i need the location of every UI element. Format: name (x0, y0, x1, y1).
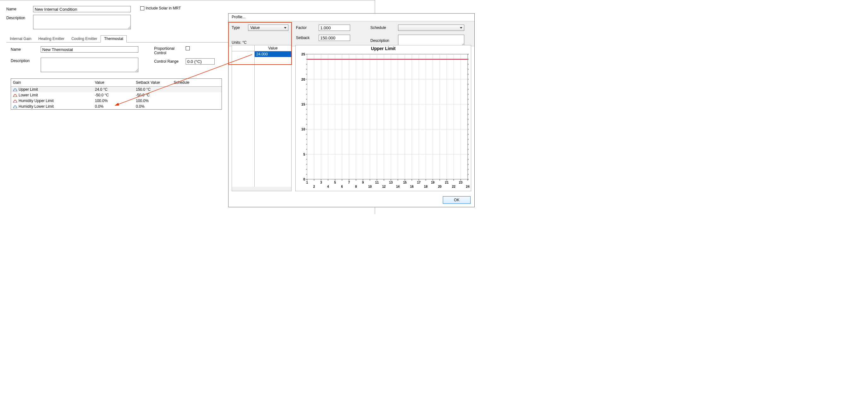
row-schedule (172, 98, 222, 104)
svg-text:15: 15 (301, 102, 305, 106)
tab-heating-emitter[interactable]: Heating Emitter (35, 35, 68, 42)
row-value: 0.0% (93, 104, 134, 109)
profile-dialog: Profile... Type Value Units: °C Factor S… (228, 13, 475, 207)
name-input[interactable] (33, 6, 131, 12)
include-solar-checkbox[interactable] (140, 6, 144, 10)
limit-icon (13, 88, 17, 91)
svg-text:16: 16 (410, 185, 414, 188)
tab-internal-gain[interactable]: Internal Gain (6, 35, 35, 42)
svg-text:23: 23 (459, 181, 463, 184)
svg-text:13: 13 (389, 181, 393, 184)
row-value: 100.0% (93, 98, 134, 104)
row-setback: -50.0 °C (134, 92, 172, 98)
row-value: 24.0 °C (93, 87, 134, 92)
description-label: Description (6, 15, 33, 20)
col-schedule[interactable]: Schedule (172, 79, 222, 86)
prop-control-label: Proportional Control (154, 46, 183, 55)
value-row-gutter (232, 52, 255, 187)
table-row[interactable]: Humidity Upper Limit100.0%100.0% (11, 98, 222, 104)
type-label: Type (231, 26, 244, 30)
limit-icon (13, 105, 17, 108)
grid-header: Gain Value Setback Value Schedule (11, 79, 222, 87)
svg-text:0: 0 (303, 177, 305, 181)
svg-text:3: 3 (320, 181, 322, 184)
profile-desc-label: Description (370, 38, 394, 43)
row-gain: Humidity Lower Limit (19, 104, 54, 109)
limit-icon (13, 100, 17, 103)
row-schedule (172, 92, 222, 98)
row-value: -50.0 °C (93, 92, 134, 98)
thermo-name-input[interactable] (41, 46, 138, 53)
chart-svg: 0510152025123456789101112131415161718192… (296, 52, 471, 191)
table-row[interactable]: Upper Limit24.0 °C150.0 °C (11, 87, 222, 92)
limit-icon (13, 94, 17, 97)
svg-text:20: 20 (301, 77, 305, 81)
col-setback[interactable]: Setback Value (134, 79, 172, 86)
ok-button[interactable]: OK (443, 196, 471, 204)
factor-input[interactable] (319, 25, 350, 31)
svg-text:14: 14 (396, 185, 400, 188)
svg-text:9: 9 (362, 181, 364, 184)
svg-text:20: 20 (438, 185, 442, 188)
table-row[interactable]: Humidity Lower Limit0.0%0.0% (11, 104, 222, 109)
schedule-label: Schedule (370, 26, 394, 30)
thermo-name-label: Name (11, 46, 41, 52)
gain-grid: Gain Value Setback Value Schedule Upper … (11, 78, 222, 110)
svg-text:18: 18 (424, 185, 428, 188)
thermo-desc-label: Description (11, 58, 41, 63)
svg-text:21: 21 (445, 181, 449, 184)
control-range-input[interactable] (186, 58, 215, 65)
setback-input[interactable] (319, 35, 350, 41)
control-range-label: Control Range (154, 59, 186, 64)
setback-label: Setback (296, 36, 315, 40)
tab-cooling-emitter[interactable]: Cooling Emitter (68, 35, 100, 42)
svg-text:8: 8 (355, 185, 357, 188)
value-cell[interactable]: 24.000 (255, 52, 291, 187)
prop-control-checkbox[interactable] (186, 46, 190, 50)
svg-text:15: 15 (403, 181, 407, 184)
row-schedule (172, 87, 222, 92)
profile-title: Profile... (228, 13, 474, 21)
svg-text:22: 22 (452, 185, 456, 188)
type-select-value: Value (250, 26, 260, 30)
svg-text:11: 11 (375, 181, 379, 184)
thermo-desc-input[interactable] (41, 58, 138, 72)
svg-text:2: 2 (313, 185, 315, 188)
svg-text:5: 5 (303, 153, 305, 156)
name-label: Name (6, 6, 33, 11)
row-gain: Humidity Upper Limit (19, 99, 54, 103)
row-gain: Upper Limit (19, 87, 38, 92)
svg-text:25: 25 (301, 52, 305, 56)
description-input[interactable] (33, 15, 131, 29)
svg-text:1: 1 (306, 181, 308, 184)
row-setback: 150.0 °C (134, 87, 172, 92)
svg-text:5: 5 (334, 181, 336, 184)
row-gain: Lower Limit (19, 93, 38, 97)
svg-text:6: 6 (341, 185, 343, 188)
chart-panel: Upper Limit 0510152025123456789101112131… (295, 45, 471, 191)
value-table: Value 24.000 (231, 45, 291, 191)
col-value[interactable]: Value (93, 79, 134, 86)
include-solar-label: Include Solar in MRT (146, 6, 181, 10)
row-schedule (172, 104, 222, 109)
row-setback: 100.0% (134, 98, 172, 104)
units-label: Units: °C (231, 40, 246, 45)
svg-rect-4 (307, 54, 467, 179)
chart-title: Upper Limit (296, 45, 471, 52)
svg-text:10: 10 (301, 127, 305, 131)
profile-top-panel: Type Value Units: °C Factor Setback (228, 21, 474, 46)
col-gain[interactable]: Gain (11, 79, 93, 86)
svg-text:12: 12 (382, 185, 386, 188)
table-row[interactable]: Lower Limit-50.0 °C-50.0 °C (11, 92, 222, 98)
svg-text:7: 7 (348, 181, 350, 184)
factor-label: Factor (296, 26, 315, 30)
row-setback: 0.0% (134, 104, 172, 109)
tab-thermostat[interactable]: Thermostat (100, 35, 127, 42)
schedule-select[interactable] (398, 25, 464, 31)
svg-text:17: 17 (417, 181, 421, 184)
svg-text:24: 24 (466, 185, 470, 188)
svg-text:10: 10 (368, 185, 372, 188)
value-col-header[interactable]: Value (255, 45, 291, 52)
type-select[interactable]: Value (248, 25, 288, 31)
value-cell-selected[interactable]: 24.000 (255, 52, 291, 57)
